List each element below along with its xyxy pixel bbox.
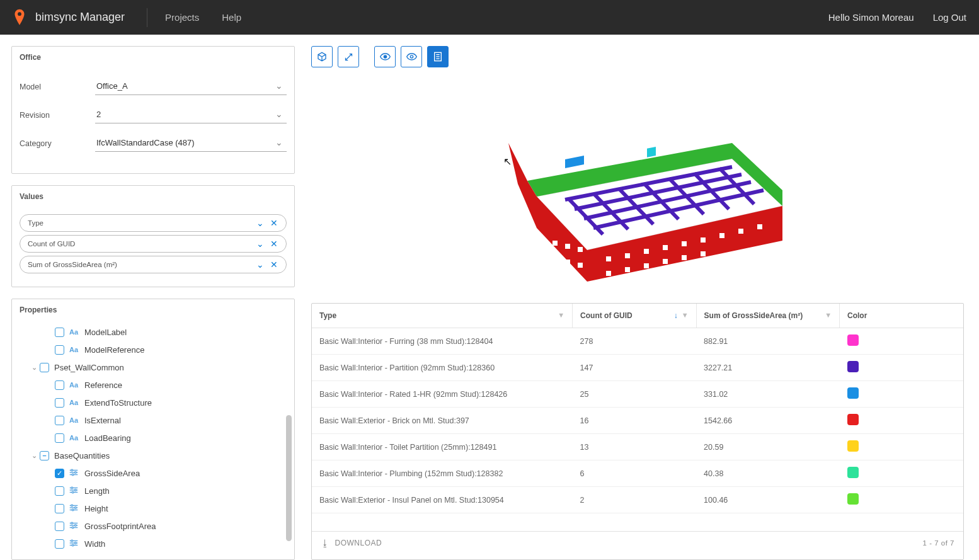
checkbox[interactable] <box>55 433 64 443</box>
checkbox[interactable] <box>55 504 64 513</box>
model-value: Office_A <box>96 81 128 91</box>
properties-panel-title: Properties <box>12 299 294 321</box>
chevron-down-icon[interactable]: ⌄ <box>28 452 40 460</box>
checkbox[interactable] <box>40 363 49 372</box>
property-row[interactable]: AaReference <box>55 376 294 394</box>
property-label: ExtendToStructure <box>84 398 152 408</box>
chevron-down-icon: ⌄ <box>275 109 283 119</box>
close-icon[interactable]: ✕ <box>270 239 278 249</box>
property-row[interactable]: ✓GrossSideArea <box>55 464 294 482</box>
download-button[interactable]: DOWNLOAD <box>335 539 382 547</box>
checkbox[interactable]: – <box>40 451 49 460</box>
table-row[interactable]: Basic Wall:Interior - Furring (38 mm Stu… <box>312 328 963 355</box>
property-row[interactable]: Width <box>55 535 294 552</box>
property-row[interactable]: GrossFootprintArea <box>55 517 294 535</box>
category-select[interactable]: IfcWallStandardCase (487) ⌄ <box>95 135 287 152</box>
properties-panel: Properties AaModelLabelAaModelReference⌄… <box>11 299 295 560</box>
col-sum[interactable]: Sum of GrossSideArea (m²)▼ <box>696 304 839 328</box>
close-icon[interactable]: ✕ <box>270 218 278 228</box>
property-row[interactable]: AaModelReference <box>55 341 294 358</box>
property-row[interactable]: Height <box>55 500 294 517</box>
revision-value: 2 <box>96 110 101 119</box>
checkbox[interactable] <box>55 522 64 531</box>
cell-count: 2 <box>573 487 696 513</box>
property-row[interactable]: ⌄Pset_WallCommon <box>28 358 294 376</box>
checkbox[interactable] <box>55 398 64 408</box>
filter-icon[interactable]: ▼ <box>558 311 564 319</box>
cell-count: 6 <box>573 460 696 487</box>
chevron-down-icon[interactable]: ⌄ <box>256 260 265 270</box>
value-pill[interactable]: Type ⌄ ✕ <box>20 214 287 232</box>
table-row[interactable]: Basic Wall:Interior - Plumbing (152mm St… <box>312 460 963 487</box>
sort-desc-icon[interactable]: ↓ <box>674 311 678 320</box>
close-icon[interactable]: ✕ <box>270 260 278 270</box>
svg-rect-56 <box>738 229 743 234</box>
color-swatch <box>847 414 859 425</box>
cell-type: Basic Wall:Interior - Toilet Partition (… <box>312 434 573 460</box>
property-row[interactable]: ⌄–BaseQuantities <box>28 447 294 464</box>
checkbox[interactable]: ✓ <box>55 469 64 478</box>
checkbox[interactable] <box>55 345 64 355</box>
cell-sum: 40.38 <box>696 460 839 487</box>
chevron-down-icon[interactable]: ⌄ <box>256 218 265 228</box>
color-swatch <box>847 440 859 452</box>
svg-point-31 <box>384 55 386 58</box>
property-row[interactable]: AaIsExternal <box>55 411 294 429</box>
color-swatch <box>847 493 859 505</box>
chevron-down-icon[interactable]: ⌄ <box>256 239 265 249</box>
view-3d-button[interactable] <box>311 46 333 67</box>
col-count[interactable]: Count of GUID▼↓ <box>573 304 696 328</box>
svg-point-5 <box>74 472 76 474</box>
revision-select[interactable]: 2 ⌄ <box>95 106 287 123</box>
col-color[interactable]: Color <box>840 304 963 328</box>
property-label: Width <box>84 539 105 549</box>
checkbox[interactable] <box>55 486 64 496</box>
logout-link[interactable]: Log Out <box>933 12 966 23</box>
table-row[interactable]: Basic Wall:Interior - Toilet Partition (… <box>312 434 963 460</box>
cell-sum: 331.02 <box>696 381 839 408</box>
category-label: Category <box>20 139 95 148</box>
chevron-down-icon[interactable]: ⌄ <box>28 363 40 372</box>
property-row[interactable]: Length <box>55 482 294 500</box>
col-type[interactable]: Type▼ <box>312 304 573 328</box>
property-row[interactable]: AaLoadBearing <box>55 429 294 447</box>
color-swatch <box>847 387 859 399</box>
svg-rect-57 <box>757 224 762 229</box>
property-row[interactable]: AaModelLabel <box>55 323 294 341</box>
filter-icon[interactable]: ▼ <box>825 311 832 319</box>
logo-icon <box>13 8 26 27</box>
svg-point-32 <box>410 55 413 58</box>
text-type-icon: Aa <box>69 328 81 336</box>
view-properties-button[interactable] <box>427 46 449 67</box>
table-row[interactable]: Basic Wall:Exterior - Brick on Mtl. Stud… <box>312 408 963 434</box>
table-row[interactable]: Basic Wall:Exterior - Insul Panel on Mtl… <box>312 487 963 513</box>
table-row[interactable]: Basic Wall:Interior - Partition (92mm St… <box>312 355 963 381</box>
model-3d-viewer[interactable]: ↖ <box>311 74 964 300</box>
checkbox[interactable] <box>55 416 64 425</box>
table-row[interactable]: Basic Wall:Interior - Rated 1-HR (92mm S… <box>312 381 963 408</box>
checkbox[interactable] <box>55 539 64 549</box>
chevron-down-icon: ⌄ <box>275 81 283 91</box>
property-label: Height <box>84 504 108 513</box>
cell-type: Basic Wall:Interior - Rated 1-HR (92mm S… <box>312 381 573 408</box>
nav-help[interactable]: Help <box>222 12 241 23</box>
nav-projects[interactable]: Projects <box>165 12 199 23</box>
model-select[interactable]: Office_A ⌄ <box>95 78 287 95</box>
eye-hide-button[interactable] <box>401 46 422 67</box>
svg-point-12 <box>72 491 74 493</box>
value-pill[interactable]: Sum of GrossSideArea (m²) ⌄ ✕ <box>20 256 287 273</box>
checkbox[interactable] <box>55 380 64 390</box>
property-label: GrossFootprintArea <box>84 522 156 531</box>
filter-icon[interactable]: ▼ <box>682 311 689 319</box>
svg-rect-54 <box>701 237 706 243</box>
property-row[interactable]: AaExtendToStructure <box>55 394 294 411</box>
scrollbar-thumb[interactable] <box>286 415 292 541</box>
eye-show-button[interactable] <box>374 46 396 67</box>
values-panel-title: Values <box>12 186 294 207</box>
svg-rect-48 <box>578 263 583 268</box>
value-pill[interactable]: Count of GUID ⌄ ✕ <box>20 235 287 253</box>
checkbox[interactable] <box>55 328 64 337</box>
svg-point-17 <box>74 507 76 509</box>
viewer-toolbar <box>311 46 964 67</box>
view-expand-button[interactable] <box>338 46 359 67</box>
